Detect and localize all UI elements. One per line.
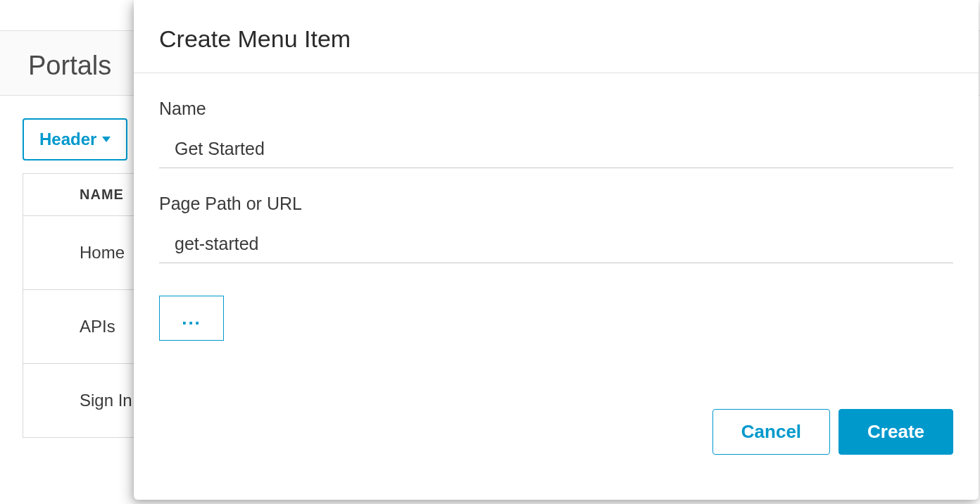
- divider: [134, 73, 979, 73]
- name-input[interactable]: [159, 133, 953, 168]
- create-menu-item-modal: Create Menu Item Name Page Path or URL .…: [134, 0, 979, 500]
- cancel-button[interactable]: Cancel: [712, 409, 830, 455]
- table-row[interactable]: Sign In: [23, 364, 142, 437]
- table-header-name: NAME: [23, 174, 142, 216]
- create-button[interactable]: Create: [838, 409, 953, 455]
- caret-down-icon: [102, 137, 111, 142]
- header-dropdown-label: Header: [39, 130, 96, 149]
- table-row[interactable]: APIs: [23, 290, 142, 364]
- header-dropdown[interactable]: Header: [23, 118, 127, 160]
- path-label: Page Path or URL: [159, 194, 953, 214]
- table-row[interactable]: Home: [23, 216, 142, 290]
- modal-title: Create Menu Item: [159, 25, 953, 73]
- name-label: Name: [159, 99, 953, 119]
- path-input[interactable]: [159, 228, 953, 263]
- more-options-button[interactable]: ...: [159, 296, 224, 341]
- menu-items-table: NAME Home APIs Sign In: [23, 173, 142, 438]
